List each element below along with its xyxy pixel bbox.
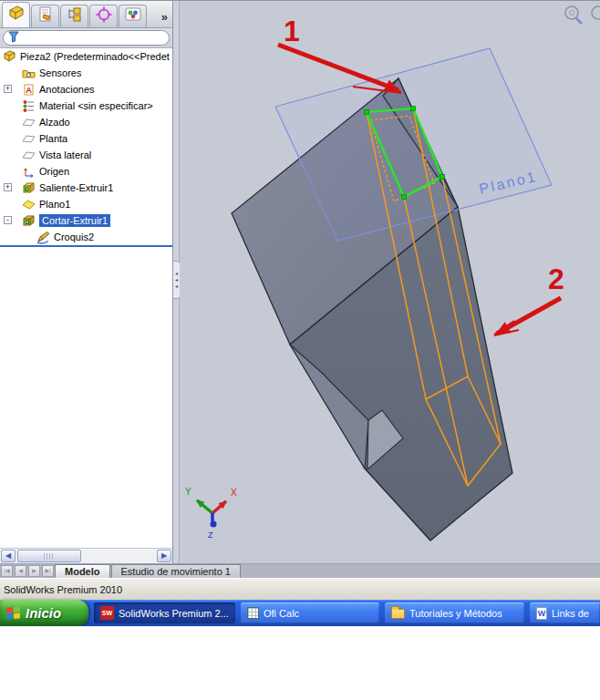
scroll-left-icon[interactable]: ◀ bbox=[1, 550, 16, 562]
triad-y-label: Y bbox=[185, 487, 191, 497]
cut-extrude-icon bbox=[22, 214, 36, 228]
expand-plus-icon[interactable]: + bbox=[4, 183, 12, 191]
coordinate-triad: Y X Z bbox=[185, 487, 237, 540]
tree-item-cortar-extruir1[interactable]: - Cortar-Extruir1 bbox=[0, 212, 172, 229]
start-button[interactable]: Inicio bbox=[0, 600, 88, 626]
taskbar-button-label: Tutoriales y Métodos bbox=[409, 608, 502, 619]
windows-logo-icon bbox=[6, 606, 21, 620]
calculator-icon bbox=[247, 607, 259, 619]
plane-icon bbox=[22, 132, 36, 146]
taskbar-button-tutoriales[interactable]: Tutoriales y Métodos bbox=[385, 602, 524, 623]
tree-item-saliente-extruir1[interactable]: + Saliente-Extruir1 bbox=[0, 180, 172, 196]
origin-icon bbox=[22, 165, 36, 179]
displaymanager-icon bbox=[124, 5, 142, 27]
tree-item-label: Sensores bbox=[39, 67, 81, 78]
callout-label-2: 2 bbox=[548, 262, 564, 295]
tab-estudio-de-movimiento-1[interactable]: Estudio de movimiento 1 bbox=[111, 564, 241, 578]
plane-icon bbox=[22, 116, 36, 129]
filter-input[interactable] bbox=[3, 30, 170, 46]
tab-configurationmanager[interactable] bbox=[60, 5, 88, 27]
panel-horizontal-scrollbar[interactable]: ◀ ▶ bbox=[0, 548, 172, 563]
tree-item-pieza2[interactable]: Pieza2 (Predeterminado<<Predet bbox=[0, 48, 172, 65]
scroll-right-icon[interactable]: ▶ bbox=[157, 550, 171, 562]
expand-plus-icon[interactable]: + bbox=[4, 85, 12, 93]
tab-nav-next-icon[interactable]: ▶ bbox=[28, 565, 40, 577]
tree-item-label: Planta bbox=[39, 133, 67, 144]
tree-item-anotaciones[interactable]: + A Anotaciones bbox=[0, 81, 172, 98]
taskbar-button-label: Ofi Calc bbox=[264, 608, 299, 619]
dimxpertmanager-icon bbox=[95, 5, 113, 27]
tab-nav-first-icon[interactable]: |◀ bbox=[1, 565, 13, 577]
solidworks-icon: SW bbox=[100, 606, 114, 620]
tree-item-label: Material <sin especificar> bbox=[39, 100, 153, 111]
magnifier-icon[interactable] bbox=[565, 6, 582, 24]
propertymanager-icon bbox=[36, 5, 55, 27]
part-icon bbox=[3, 50, 16, 64]
tree-item-planta[interactable]: Planta bbox=[0, 130, 172, 147]
taskbar-button-label: Links de bbox=[552, 608, 589, 619]
taskbar-button-solidworks[interactable]: SW SolidWorks Premium 2... bbox=[94, 602, 235, 623]
annotations-icon: A bbox=[22, 83, 36, 97]
magnifier-partial-icon[interactable] bbox=[592, 6, 600, 19]
tree-item-croquis2[interactable]: Croquis2 bbox=[0, 229, 172, 245]
tree-item-label: Vista lateral bbox=[39, 149, 91, 160]
start-button-label: Inicio bbox=[26, 605, 61, 621]
tab-nav-prev-icon[interactable]: ◀ bbox=[15, 565, 26, 577]
tree-item-vista-lateral[interactable]: Vista lateral bbox=[0, 147, 172, 163]
bottom-white-area bbox=[0, 626, 600, 700]
tab-displaymanager[interactable] bbox=[119, 5, 147, 27]
taskbar-button-label: SolidWorks Premium 2... bbox=[119, 608, 229, 619]
filter-funnel-icon bbox=[7, 30, 20, 46]
tree-item-material[interactable]: Material <sin especificar> bbox=[0, 98, 172, 114]
plane-icon bbox=[22, 149, 36, 162]
taskbar-button-links[interactable]: W Links de bbox=[530, 602, 600, 623]
3d-viewport-canvas[interactable]: Plano1 bbox=[180, 1, 600, 563]
plane1-icon bbox=[22, 198, 36, 211]
app-window: » Pieza2 (Predeterminado<<Predet bbox=[0, 1, 600, 563]
featuremanager-icon bbox=[7, 5, 26, 26]
boss-extrude-icon bbox=[22, 181, 36, 195]
sketch-icon bbox=[36, 231, 50, 244]
panel-tab-bar: » bbox=[0, 1, 172, 28]
tab-nav-last-icon[interactable]: ▶| bbox=[42, 565, 54, 577]
rollback-bar[interactable] bbox=[0, 245, 172, 247]
triad-x-label: X bbox=[231, 488, 237, 498]
folder-icon bbox=[391, 609, 405, 619]
tree-item-label: Anotaciones bbox=[39, 84, 95, 95]
sensors-folder-icon bbox=[22, 67, 36, 80]
material-icon bbox=[22, 99, 36, 113]
status-bar: SolidWorks Premium 2010 bbox=[0, 578, 600, 600]
featuremanager-filter-row bbox=[0, 28, 172, 48]
panel-tabs-overflow-button[interactable]: » bbox=[161, 13, 168, 22]
triad-z-label: Z bbox=[208, 530, 213, 540]
panel-splitter[interactable] bbox=[173, 1, 180, 563]
tab-featuremanager[interactable] bbox=[2, 2, 30, 27]
document-tab-bar: |◀ ◀ ▶ ▶| Modelo Estudio de movimiento 1 bbox=[0, 563, 600, 578]
word-document-icon: W bbox=[536, 607, 547, 620]
graphics-area[interactable]: Plano1 bbox=[180, 1, 600, 563]
configurationmanager-icon bbox=[66, 5, 84, 27]
tree-item-label: Alzado bbox=[39, 117, 70, 128]
feature-tree: Pieza2 (Predeterminado<<Predet Sensores … bbox=[0, 48, 172, 548]
tree-item-label-selected: Cortar-Extruir1 bbox=[39, 214, 110, 227]
tab-modelo[interactable]: Modelo bbox=[55, 564, 110, 578]
feature-manager-panel: » Pieza2 (Predeterminado<<Predet bbox=[0, 1, 173, 563]
collapse-minus-icon[interactable]: - bbox=[4, 216, 12, 224]
tree-item-label: Croquis2 bbox=[54, 232, 94, 242]
taskbar-button-ofi-calc[interactable]: Ofi Calc bbox=[241, 602, 379, 623]
tab-dimxpertmanager[interactable] bbox=[89, 5, 118, 27]
tree-item-plano1[interactable]: Plano1 bbox=[0, 196, 172, 212]
svg-text:A: A bbox=[26, 86, 32, 95]
solidworks-screen: » Pieza2 (Predeterminado<<Predet bbox=[0, 0, 600, 700]
callout-arrow-2: 2 bbox=[494, 262, 564, 335]
windows-taskbar: Inicio SW SolidWorks Premium 2... Ofi Ca… bbox=[0, 600, 600, 626]
tree-item-label: Origen bbox=[39, 166, 69, 177]
tab-propertymanager[interactable] bbox=[31, 5, 59, 27]
tree-item-label: Saliente-Extruir1 bbox=[39, 182, 113, 193]
tree-item-label: Plano1 bbox=[39, 199, 70, 210]
tree-item-origen[interactable]: Origen bbox=[0, 163, 172, 180]
tree-item-sensores[interactable]: Sensores bbox=[0, 65, 172, 81]
tree-item-alzado[interactable]: Alzado bbox=[0, 114, 172, 130]
status-text: SolidWorks Premium 2010 bbox=[4, 584, 122, 595]
scrollbar-thumb[interactable] bbox=[17, 550, 81, 562]
